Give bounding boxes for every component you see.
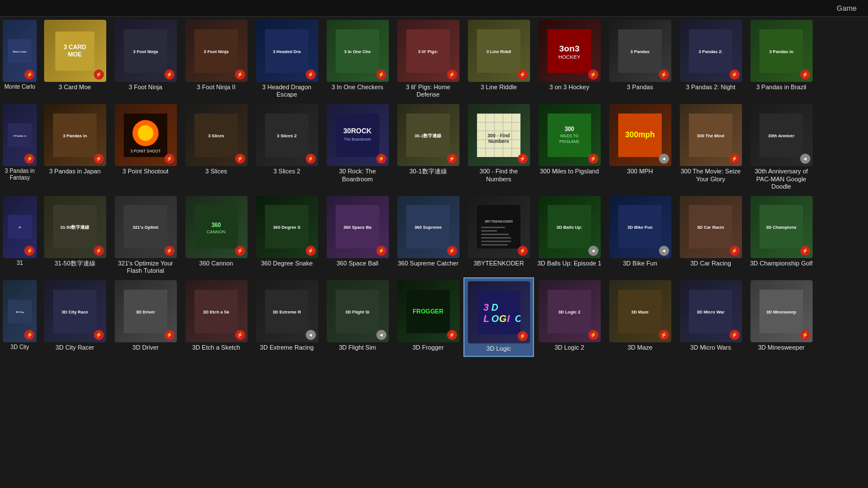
game-cell-3dlogic2[interactable]: 3D Logic 2⚡3D Logic 2 xyxy=(534,277,605,356)
game-thumbnail-3dmine: 3D Minesweep⚡ xyxy=(750,280,813,342)
game-thumbnail-3line-riddle: 3 Line Riddl⚡ xyxy=(468,20,530,82)
game-thumbnail-30th: 30th Anniver◄ xyxy=(750,104,813,166)
game-cell-3pandas[interactable]: 3 Pandas⚡3 Pandas xyxy=(605,17,675,101)
svg-text:300 The Movi: 300 The Movi xyxy=(697,133,724,138)
game-cell-3foot-ninja2[interactable]: 3 Foot Ninja⚡3 Foot Ninja II xyxy=(181,17,251,101)
game-cell-300mph[interactable]: 300mph◄300 MPH xyxy=(605,101,675,193)
flash-badge-3dmine: ⚡ xyxy=(800,330,810,340)
game-cell-3dbike[interactable]: 3D Bike Fun◄3D Bike Fun xyxy=(605,193,675,277)
game-cell-3foot-ninja[interactable]: 3 Foot Ninja⚡3 Foot Ninja xyxy=(110,17,181,101)
svg-text:3D Champions: 3D Champions xyxy=(766,225,797,230)
game-cell-3card-moe[interactable]: 3 CARDMOE⚡3 Card Moe xyxy=(40,17,110,101)
game-grid: Monte Carlo⚡Monte Carlo3 CARDMOE⚡3 Card … xyxy=(0,17,868,357)
game-cell-3dcityracer[interactable]: 3D City Race⚡3D City Racer xyxy=(40,277,110,356)
game-cell-3pandas-brazil[interactable]: 3 Pandas in ⚡3 Pandas in Brazil xyxy=(746,17,817,101)
game-cell-360snake[interactable]: 360 Degree S⚡360 Degree Snake xyxy=(251,193,322,277)
game-cell-360ball[interactable]: 360 Space Ba⚡360 Space Ball xyxy=(322,193,393,277)
game-cell-pandas-fantasy[interactable]: 3 Pandas in ⚡3 Pandas in Fantasy xyxy=(0,101,40,193)
game-cell-3line-riddle[interactable]: 3 Line Riddl⚡3 Line Riddle xyxy=(463,17,534,101)
game-cell-3dfrog[interactable]: FROGGER⚡3D Frogger xyxy=(393,277,463,356)
flash-badge-3card-moe: ⚡ xyxy=(94,69,104,80)
svg-text:3D Flight Si: 3D Flight Si xyxy=(345,310,369,315)
svg-text:31: 31 xyxy=(19,226,21,229)
flash-badge-3pandas-brazil: ⚡ xyxy=(800,69,810,80)
game-cell-3pandas-night[interactable]: 3 Pandas 2: ⚡3 Pandas 2: Night xyxy=(675,17,746,101)
game-title-3dmaze: 3D Maze xyxy=(627,344,652,351)
game-cell-30th[interactable]: 30th Anniver◄30th Anniversary of PAC-MAN… xyxy=(746,101,817,193)
game-cell-3point-shootout[interactable]: 3 POINT SHOOT⚡3 Point Shootout xyxy=(110,101,181,193)
svg-text:HOCKEY: HOCKEY xyxy=(558,54,580,60)
game-cell-3headed-dragon[interactable]: 3 Headed Dra⚡3 Headed Dragon Escape xyxy=(251,17,322,101)
game-cell-3byte[interactable]: 3BYTEENKODER⚡3BYTEENKODER xyxy=(463,193,534,277)
game-thumbnail-321: 321's Optimi⚡ xyxy=(115,196,177,258)
game-cell-3slices[interactable]: 3 Slices⚡3 Slices xyxy=(181,101,251,193)
svg-text:MILES TO: MILES TO xyxy=(560,134,579,138)
game-thumbnail-360ball: 360 Space Ba⚡ xyxy=(327,196,389,258)
game-cell-30rock[interactable]: 30ROCKThe Boardroom⚡30 Rock: The Boardro… xyxy=(322,101,393,193)
svg-rect-88 xyxy=(481,245,508,246)
game-thumbnail-3dcityracer: 3D City Race⚡ xyxy=(44,280,106,342)
game-title-360sc: 360 Supreme Catcher xyxy=(398,260,459,267)
game-cell-monte-carlo[interactable]: Monte Carlo⚡Monte Carlo xyxy=(0,17,40,101)
game-cell-300find[interactable]: 300 - FindNumbers⚡300 - Find the Numbers xyxy=(463,101,534,193)
game-title-321: 321's Optimize Your Flash Tutorial xyxy=(113,260,178,274)
game-title-3detch: 3D Etch a Sketch xyxy=(192,344,240,351)
game-cell-3dballs[interactable]: 3D Balls Up:◄3D Balls Up: Episode 1 xyxy=(534,193,605,277)
game-title-3dfrog: 3D Frogger xyxy=(413,344,444,351)
game-title-360cannon: 360 Cannon xyxy=(199,260,233,267)
game-cell-3dmicro[interactable]: 3D Micro War⚡3D Micro Wars xyxy=(675,277,746,356)
game-cell-360sc[interactable]: 360 Supreme ⚡360 Supreme Catcher xyxy=(393,193,463,277)
flash-badge-3dcar: ⚡ xyxy=(730,246,740,256)
game-title-30th: 30th Anniversary of PAC-MAN Google Doodl… xyxy=(749,168,814,190)
svg-text:3D Extreme R: 3D Extreme R xyxy=(273,310,301,315)
svg-text:3 POINT SHOOT: 3 POINT SHOOT xyxy=(131,149,161,153)
svg-text:CANNON: CANNON xyxy=(207,229,225,234)
game-cell-3in1-checkers[interactable]: 3 In One Che⚡3 In One Checkers xyxy=(322,17,393,101)
game-cell-3dmaze[interactable]: 3D Maze⚡3D Maze xyxy=(605,277,675,356)
game-title-3byte: 3BYTEENKODER xyxy=(474,260,524,267)
svg-text:30th Anniver: 30th Anniver xyxy=(768,133,794,138)
svg-text:321's Optimi: 321's Optimi xyxy=(133,225,158,230)
flash-badge-3dchamp: ⚡ xyxy=(800,246,810,256)
game-cell-3dcar[interactable]: 3D Car Racin⚡3D Car Racing xyxy=(675,193,746,277)
game-cell-321[interactable]: 321's Optimi⚡321's Optimize Your Flash T… xyxy=(110,193,181,277)
game-cell-3dlogic[interactable]: 3DLOGIC⚡3D Logic xyxy=(463,277,534,356)
game-cell-31[interactable]: 31⚡31 xyxy=(0,193,40,277)
svg-rect-85 xyxy=(481,234,509,235)
game-cell-3dextreme[interactable]: 3D Extreme R◄3D Extreme Racing xyxy=(251,277,322,356)
svg-text:3D Bike Fun: 3D Bike Fun xyxy=(627,225,653,230)
flash-badge-3dmicro: ⚡ xyxy=(730,330,740,340)
game-cell-30numbers[interactable]: 30-1数字連線⚡30-1数字連線 xyxy=(393,101,463,193)
svg-text:3 Slices 2: 3 Slices 2 xyxy=(277,133,297,138)
svg-text:3D City: 3D City xyxy=(16,310,24,313)
flash-badge-3slices2: ⚡ xyxy=(306,154,316,164)
svg-text:3D Minesweep: 3D Minesweep xyxy=(766,310,796,315)
game-cell-3dchamp[interactable]: 3D Champions⚡3D Championship Golf xyxy=(746,193,817,277)
game-cell-3on3-hockey[interactable]: 3on3HOCKEY⚡3 on 3 Hockey xyxy=(534,17,605,101)
game-thumbnail-300find: 300 - FindNumbers⚡ xyxy=(468,104,530,166)
flash-badge-3dcityracer: ⚡ xyxy=(94,330,104,340)
svg-rect-87 xyxy=(481,241,511,242)
game-thumbnail-3dlogic: 3DLOGIC⚡ xyxy=(468,281,530,343)
game-cell-360cannon[interactable]: 360CANNON⚡360 Cannon xyxy=(181,193,251,277)
game-cell-3pigs[interactable]: 3 lil' Pigs:⚡3 lil' Pigs: Home Defense xyxy=(393,17,463,101)
svg-text:3 Foot Ninja: 3 Foot Ninja xyxy=(204,49,229,54)
game-cell-3slices2[interactable]: 3 Slices 2⚡3 Slices 2 xyxy=(251,101,322,193)
game-cell-3dflight[interactable]: 3D Flight Si◄3D Flight Sim xyxy=(322,277,393,356)
game-title-3slices: 3 Slices xyxy=(205,168,227,175)
game-cell-300movie[interactable]: 300 The Movi⚡300 The Movie: Seize Your G… xyxy=(675,101,746,193)
game-thumbnail-3pandas-japan: 3 Pandas in ⚡ xyxy=(44,104,106,166)
game-cell-3detch[interactable]: 3D Etch a Sk⚡3D Etch a Sketch xyxy=(181,277,251,356)
game-cell-3dmine[interactable]: 3D Minesweep⚡3D Minesweeper xyxy=(746,277,817,356)
game-cell-3pandas-japan[interactable]: 3 Pandas in ⚡3 Pandas in Japan xyxy=(40,101,110,193)
game-title-3dballs: 3D Balls Up: Episode 1 xyxy=(537,260,601,267)
game-title-360snake: 360 Degree Snake xyxy=(261,260,313,267)
svg-text:G: G xyxy=(499,313,506,324)
svg-text:L: L xyxy=(484,313,489,324)
flash-badge-3dfrog: ⚡ xyxy=(447,330,457,340)
game-cell-300miles[interactable]: 300MILES TOPIGSLAND⚡300 Miles to Pigslan… xyxy=(534,101,605,193)
game-thumbnail-3dchamp: 3D Champions⚡ xyxy=(750,196,813,258)
game-cell-3ddriver[interactable]: 3D Driver⚡3D Driver xyxy=(110,277,181,356)
game-cell-3dcity[interactable]: 3D City⚡3D City xyxy=(0,277,40,356)
game-cell-31-50[interactable]: 31-50数字連線⚡31-50数字連線 xyxy=(40,193,110,277)
